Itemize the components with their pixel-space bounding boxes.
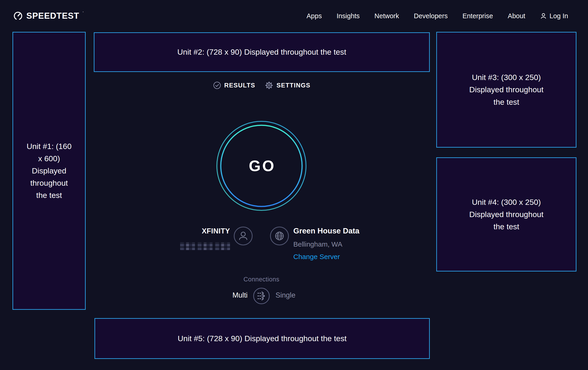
- isp-person-icon: [233, 226, 253, 246]
- isp-address-redacted: [180, 242, 230, 250]
- go-button[interactable]: GO: [215, 120, 308, 212]
- connection-mode-toggle[interactable]: [253, 287, 270, 304]
- gauge-icon: [13, 11, 23, 21]
- ad-unit-4[interactable]: Unit #4: (300 x 250) Displayed throughou…: [436, 157, 577, 271]
- speedtest-logo[interactable]: SPEEDTEST ’: [13, 11, 84, 21]
- top-nav: SPEEDTEST ’ Apps Insights Network Develo…: [0, 0, 588, 32]
- logo-trademark: ’: [83, 11, 84, 15]
- nav-item-developers[interactable]: Developers: [414, 12, 448, 20]
- server-name: Green House Data: [293, 227, 359, 235]
- nav-menu: Apps Insights Network Developers Enterpr…: [306, 12, 568, 20]
- tab-settings-label: SETTINGS: [276, 82, 310, 89]
- view-tabs: RESULTS SETTINGS: [94, 81, 430, 90]
- connections-title: Connections: [215, 276, 308, 283]
- nav-item-insights[interactable]: Insights: [336, 12, 360, 20]
- ad-unit-3-text: Unit #3: (300 x 250) Displayed throughou…: [466, 71, 547, 108]
- nav-item-network[interactable]: Network: [374, 12, 399, 20]
- gear-icon: [265, 81, 273, 90]
- tab-results-label: RESULTS: [224, 82, 255, 89]
- speedtest-page: SPEEDTEST ’ Apps Insights Network Develo…: [0, 0, 588, 370]
- ad-unit-3[interactable]: Unit #3: (300 x 250) Displayed throughou…: [436, 32, 577, 148]
- ad-unit-5-text: Unit #5: (728 x 90) Displayed throughout…: [178, 332, 346, 345]
- ad-unit-2[interactable]: Unit #2: (728 x 90) Displayed throughout…: [94, 32, 430, 72]
- nav-item-enterprise[interactable]: Enterprise: [462, 12, 493, 20]
- server-location: Bellingham, WA: [293, 240, 342, 248]
- tab-settings[interactable]: SETTINGS: [265, 81, 310, 90]
- logo-text: SPEEDTEST: [26, 11, 79, 21]
- connection-mode-single[interactable]: Single: [275, 291, 295, 300]
- person-icon: [540, 12, 547, 19]
- nav-item-about[interactable]: About: [508, 12, 525, 20]
- change-server-link[interactable]: Change Server: [293, 253, 340, 261]
- ad-unit-1-text: Unit #1: (160 x 600) Displayed throughou…: [25, 140, 74, 201]
- server-globe-icon: [270, 226, 289, 246]
- multi-arrows-icon: [253, 287, 270, 304]
- ad-unit-4-text: Unit #4: (300 x 250) Displayed throughou…: [466, 196, 547, 233]
- nav-item-login[interactable]: Log In: [540, 12, 568, 20]
- tab-results[interactable]: RESULTS: [213, 81, 255, 90]
- ad-unit-5[interactable]: Unit #5: (728 x 90) Displayed throughout…: [94, 318, 430, 359]
- login-label: Log In: [549, 12, 568, 20]
- ad-unit-1[interactable]: Unit #1: (160 x 600) Displayed throughou…: [12, 32, 86, 310]
- connection-mode-multi[interactable]: Multi: [197, 291, 248, 300]
- ad-unit-2-text: Unit #2: (728 x 90) Displayed throughout…: [177, 46, 346, 58]
- isp-name: XFINITY: [166, 227, 230, 235]
- nav-item-apps[interactable]: Apps: [306, 12, 322, 20]
- go-label: GO: [215, 120, 308, 212]
- check-circle-icon: [213, 81, 221, 89]
